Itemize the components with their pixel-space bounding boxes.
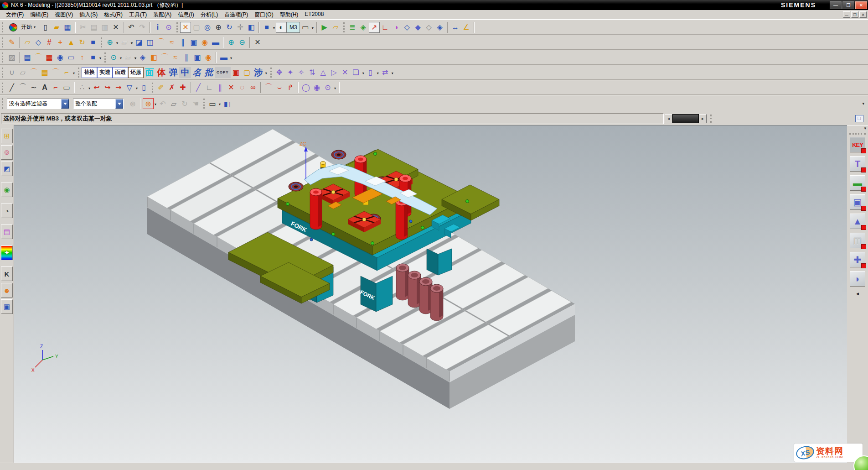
datum-plane-icon[interactable]: ▱ <box>22 37 33 48</box>
open-icon[interactable]: ▰ <box>51 22 62 33</box>
dropdown-arrow[interactable]: ▾ <box>136 86 138 90</box>
undo-icon[interactable]: ↶ <box>126 22 137 33</box>
menu-format[interactable]: 格式(R) <box>101 10 126 20</box>
menu-file[interactable]: 文件(F) <box>3 10 27 20</box>
dropdown-arrow[interactable]: ▾ <box>88 86 90 90</box>
save-icon[interactable]: ▦ <box>62 22 73 33</box>
chevron-down-icon[interactable] <box>115 99 123 109</box>
constraint-navigator-icon[interactable]: ⊚ <box>1 145 13 160</box>
select-rect-icon[interactable]: ▭▾ <box>207 98 218 109</box>
object-display-icon[interactable]: ◑ <box>391 22 402 33</box>
circle3-icon[interactable]: ⊙▾ <box>322 82 333 93</box>
new-file-icon[interactable]: ▯ <box>40 22 51 33</box>
intersection-curve-icon[interactable]: ✗ <box>166 82 177 93</box>
sketch-icon[interactable]: ✎ <box>6 37 17 48</box>
palette-scroll-left-button[interactable]: ◄ <box>855 291 860 296</box>
parallel-icon[interactable]: ∥ <box>215 82 226 93</box>
rib-icon[interactable]: ∥ <box>177 37 188 48</box>
move-component-icon[interactable]: ✥ <box>274 67 285 78</box>
dropdown-arrow[interactable]: ▾ <box>377 71 379 75</box>
roles-icon[interactable]: ☻ <box>1 283 13 298</box>
undo-grey-icon[interactable]: ↶ <box>157 98 168 109</box>
yellow-cube-icon[interactable]: ▢ <box>242 67 253 78</box>
fillet-icon[interactable]: ⌣ <box>274 82 285 93</box>
split-face-icon[interactable]: ◧ <box>148 52 159 63</box>
maximize-view-icon[interactable]: ❐ <box>855 115 863 122</box>
join-face-icon[interactable]: ⊙▾ <box>108 52 119 63</box>
menu-analysis[interactable]: 分析(L) <box>197 10 222 20</box>
dimple-icon[interactable]: ◉ <box>203 52 214 63</box>
flange-icon[interactable]: ≈ <box>166 37 177 48</box>
contour-flange-icon[interactable]: ≈ <box>170 52 181 63</box>
mdi-minimize-button[interactable]: — <box>843 11 850 18</box>
csys2-icon[interactable]: ∟ <box>204 82 215 93</box>
face-xray-button[interactable]: 面透 <box>113 67 128 78</box>
revolve-icon[interactable]: ↻ <box>77 37 88 48</box>
render-style-icon[interactable]: ◐ <box>276 22 287 33</box>
orient-view-icon[interactable]: ▶ <box>319 22 330 33</box>
dropdown-arrow[interactable]: ▾ <box>99 56 101 60</box>
menu-et2008[interactable]: ET2008 <box>301 10 327 20</box>
dropdown-arrow[interactable]: ▾ <box>116 41 118 45</box>
hide-icon[interactable]: ◇ <box>424 22 434 33</box>
dropdown-arrow[interactable]: ▾ <box>120 56 122 60</box>
chamfer-icon[interactable]: ⌐ <box>50 82 61 93</box>
fit-view-icon[interactable]: ✕ <box>180 22 191 33</box>
shaded-view-icon[interactable]: ■▾ <box>261 22 272 33</box>
face-bend-icon[interactable]: ⌒ <box>33 52 44 63</box>
divide-curve-icon[interactable]: ↪ <box>102 82 113 93</box>
suppress-component-icon[interactable]: ▷ <box>329 67 340 78</box>
bend2-icon[interactable]: ⌒ <box>50 67 61 78</box>
selection-scope-dropdown[interactable]: 整个装配 <box>73 99 124 109</box>
mdi-restore-button[interactable]: ❐ <box>851 11 858 18</box>
menu-assemblies[interactable]: 装配(A) <box>150 10 175 20</box>
spring-char-button[interactable]: 弹 <box>167 67 179 78</box>
line2-icon[interactable]: ╱ <box>193 82 204 93</box>
assembly-navigator-icon[interactable]: ⊞ <box>1 129 13 143</box>
copy-icon[interactable]: ▤ <box>88 22 99 33</box>
datum-plane2-icon[interactable]: ▱▾ <box>123 52 134 63</box>
toolbar-options-icon[interactable]: ▾ <box>862 101 864 106</box>
datum-csys-icon[interactable]: # <box>44 37 55 48</box>
face-char-button[interactable]: 面 <box>144 67 155 78</box>
line-icon[interactable]: ╱ <box>6 82 17 93</box>
solid-punch-icon[interactable]: ▬▾ <box>218 52 229 63</box>
solid-xray-button[interactable]: 实透 <box>97 67 113 78</box>
zoom-in-out-icon[interactable]: ⊕ <box>213 22 224 33</box>
dropdown-arrow[interactable]: ▾ <box>219 102 221 106</box>
plane-icon[interactable]: ▱▾ <box>119 37 130 48</box>
circle2-icon[interactable]: ◉ <box>311 82 322 93</box>
web-browser-icon[interactable]: ◉ <box>1 183 13 197</box>
patch-icon[interactable]: ▨ <box>6 52 17 63</box>
measure-distance-icon[interactable]: ↔ <box>450 22 461 33</box>
zoom-box-icon[interactable]: ▢ <box>191 22 202 33</box>
layer-visible-icon[interactable]: ◈ <box>358 22 369 33</box>
replace-component-icon[interactable]: ✧ <box>296 67 307 78</box>
visualization-icon[interactable]: ✦ <box>1 245 13 260</box>
pattern-component-icon[interactable]: ⇅ <box>307 67 318 78</box>
menu-edit[interactable]: 编辑(E) <box>27 10 52 20</box>
punch-thumb[interactable]: ◫ <box>850 233 865 248</box>
rectangle-icon[interactable]: ▭ <box>61 82 72 93</box>
measure-angle-icon[interactable]: ∠ <box>461 22 472 33</box>
paste-icon[interactable]: ▥ <box>99 22 110 33</box>
find-icon[interactable]: ⊙ <box>163 22 174 33</box>
maximize-button[interactable]: ❐ <box>842 1 854 9</box>
point-icon[interactable]: + <box>55 37 66 48</box>
tab-icon[interactable]: ▣ <box>192 52 203 63</box>
dropdown-arrow[interactable]: ▾ <box>134 56 136 60</box>
dropdown-arrow[interactable]: ▾ <box>73 71 75 75</box>
offset-face-icon[interactable]: ◈ <box>137 52 148 63</box>
split-body-icon[interactable]: ◫ <box>145 37 155 48</box>
model-canvas[interactable]: FORK FORK <box>14 125 847 463</box>
trim-curve-icon[interactable]: ✕ <box>252 37 263 48</box>
copy-button[interactable]: COPY <box>215 67 231 78</box>
palettes-icon[interactable]: ▤ <box>1 225 13 239</box>
dropdown-arrow[interactable]: ▾ <box>334 86 336 90</box>
info-icon[interactable]: i <box>152 22 163 33</box>
show-hide-icon[interactable]: ◇ <box>402 22 413 33</box>
spline-icon[interactable]: ∼ <box>28 82 39 93</box>
background-color-icon[interactable]: ▭▾ <box>300 22 311 33</box>
sheet-icon[interactable]: ▤ <box>39 67 50 78</box>
graphics-viewport[interactable]: FORK FORK <box>14 125 847 463</box>
